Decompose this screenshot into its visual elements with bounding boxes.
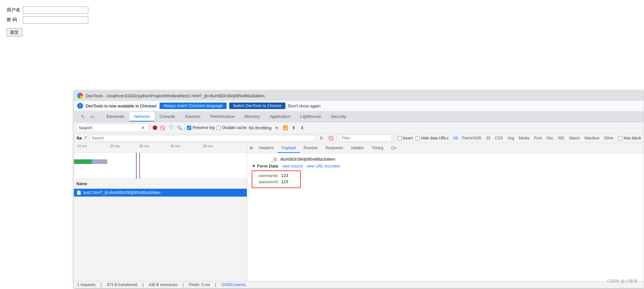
record-button[interactable] xyxy=(153,125,157,130)
filter-input[interactable] xyxy=(340,135,392,142)
network-toolbar: Search ✕ 🚫 ⛉ 🔍 Preserve log Disable cach… xyxy=(74,122,644,134)
tab-security[interactable]: Security xyxy=(326,112,351,121)
detail-tab-preview[interactable]: Preview xyxy=(300,144,322,153)
detail-tab-payload[interactable]: Payload xyxy=(278,144,299,153)
ftype-ws[interactable]: WS xyxy=(556,136,566,141)
tab-lighthouse[interactable]: Lighthouse xyxy=(296,112,326,121)
form-data-username-row: username: 123 xyxy=(256,173,297,178)
chrome-icon xyxy=(77,93,83,99)
ftype-wasm[interactable]: Wasm xyxy=(567,136,582,141)
toolbar-sep-2 xyxy=(185,124,185,131)
ftype-img[interactable]: Img xyxy=(506,136,516,141)
ftype-fetchxhr[interactable]: Fetch/XHR xyxy=(460,136,483,141)
detail-content: _ijt: l8uh583r39rlj085nl86a3s8em ▼ Form … xyxy=(247,153,644,281)
invert-label[interactable]: Invert xyxy=(398,136,413,140)
banner-btn-switch-chinese[interactable]: Switch DevTools to Chinese xyxy=(229,103,286,109)
detail-tabs: ✕ Headers Payload Preview Response Initi… xyxy=(247,143,644,153)
preserve-log-text: Preserve log xyxy=(193,125,214,130)
detail-tab-timing[interactable]: Timing xyxy=(368,144,387,153)
right-panel: ✕ Headers Payload Preview Response Initi… xyxy=(247,143,644,281)
banner-btn-match-language[interactable]: Always match Chrome's language xyxy=(160,103,227,109)
filter-search-input[interactable] xyxy=(89,135,315,141)
devtools-title: DevTools - localhost:63342/pythonProject… xyxy=(86,93,264,98)
tab-sources[interactable]: Sources xyxy=(180,112,205,121)
hide-data-urls-checkbox[interactable] xyxy=(415,136,420,140)
preserve-log-label[interactable]: Preserve log xyxy=(187,125,214,130)
filter-bar: Aa .* ↻ 🚫 Invert Hide data URLs All Fetc… xyxy=(74,134,644,143)
upload-icon[interactable]: ⬆ xyxy=(291,124,297,131)
tab-elements[interactable]: Elements xyxy=(102,112,129,121)
form-data-view-url-encoded[interactable]: view URL-encoded xyxy=(307,164,340,169)
detail-close-btn[interactable]: ✕ xyxy=(247,144,255,152)
tab-performance[interactable]: Performance xyxy=(206,112,239,121)
form-data-password-row: password: 123 xyxy=(256,179,297,184)
has-blocked-text: Has block xyxy=(624,136,641,140)
detail-tab-response[interactable]: Response xyxy=(321,144,347,153)
info-icon: i xyxy=(77,103,83,109)
password-input[interactable] xyxy=(23,16,88,24)
tick-10ms: 10 ms xyxy=(77,144,87,148)
form-data-view-source[interactable]: view source xyxy=(282,164,303,169)
ftype-font[interactable]: Font xyxy=(532,136,544,141)
disable-cache-label[interactable]: Disable cache xyxy=(216,125,246,130)
devtools-banner: i DevTools is now available in Chinese! … xyxy=(74,101,644,111)
filter-icon[interactable]: ⛉ xyxy=(168,124,174,131)
filter-block-icon[interactable]: 🚫 xyxy=(328,135,334,141)
clear-icon[interactable]: 🚫 xyxy=(159,124,166,131)
wf-bar-green xyxy=(74,159,93,164)
query-param-key: _ijt: xyxy=(252,157,278,162)
timeline-header: 10 ms 20 ms 30 ms 40 ms 50 ms xyxy=(74,143,247,153)
status-requests: 1 requests xyxy=(77,282,95,287)
disable-cache-checkbox[interactable] xyxy=(216,126,221,130)
wf-bar-blue xyxy=(92,159,102,164)
hide-data-urls-label[interactable]: Hide data URLs xyxy=(415,136,449,140)
ftype-all[interactable]: All xyxy=(451,136,459,141)
status-transferred: 873 B transferred xyxy=(107,282,137,287)
detail-tab-initiator[interactable]: Initiator xyxy=(347,144,367,153)
wifi-icon[interactable]: 📶 xyxy=(282,124,289,131)
has-blocked-checkbox[interactable] xyxy=(618,136,622,140)
filter-refresh-icon[interactable]: ↻ xyxy=(318,135,325,141)
submit-button[interactable]: 提交 xyxy=(7,28,22,37)
detail-tab-headers[interactable]: Headers xyxy=(255,144,278,153)
detail-tab-co[interactable]: Co xyxy=(387,144,400,153)
search-label: Search xyxy=(79,125,92,130)
waterfall-area xyxy=(74,153,247,179)
network-name-item[interactable]: 📄 test1.html?_ijt=l8uh583r39rlj085nl86a3… xyxy=(74,189,247,197)
tab-console[interactable]: Console xyxy=(155,112,180,121)
network-name-item-text: test1.html?_ijt=l8uh583r39rlj085nl86a3s8… xyxy=(83,190,161,195)
hide-data-urls-text: Hide data URLs xyxy=(421,136,449,140)
filter-sep xyxy=(337,135,337,141)
devtools-window: DevTools - localhost:63342/pythonProject… xyxy=(74,91,644,288)
form-data-box: username: 123 password: 123 xyxy=(252,170,301,188)
csdn-watermark: CSDN @小猪弟 xyxy=(607,278,637,284)
invert-checkbox[interactable] xyxy=(398,136,402,140)
ftype-js[interactable]: JS xyxy=(484,136,492,141)
has-blocked-label[interactable]: Has block xyxy=(618,136,641,140)
status-domcontent[interactable]: DOMContentL xyxy=(221,282,246,287)
query-param-val: l8uh583r39rlj085nl86a3s8em xyxy=(280,157,335,162)
name-col-header: Name xyxy=(74,179,247,189)
ftype-css[interactable]: CSS xyxy=(493,136,505,141)
cursor-icon[interactable]: ↖ xyxy=(79,113,87,120)
tab-network[interactable]: Network xyxy=(129,112,154,121)
form-data-username-val: 123 xyxy=(281,173,288,178)
ftype-doc[interactable]: Doc xyxy=(545,136,555,141)
ftype-manifest[interactable]: Manifest xyxy=(583,136,601,141)
name-col-label: Name xyxy=(76,182,87,186)
banner-text: DevTools is now available in Chinese! xyxy=(86,104,157,108)
ftype-media[interactable]: Media xyxy=(517,136,532,141)
preserve-log-checkbox[interactable] xyxy=(187,126,191,130)
search-close-icon[interactable]: ✕ xyxy=(140,124,146,131)
download-icon[interactable]: ⬇ xyxy=(299,124,306,131)
username-input[interactable] xyxy=(23,7,88,14)
search-network-icon[interactable]: 🔍 xyxy=(176,124,183,131)
ftype-other[interactable]: Other xyxy=(602,136,616,141)
device-icon[interactable]: ▭ xyxy=(88,113,96,120)
filter-regex-icon: .* xyxy=(84,136,87,140)
banner-link-dont-show[interactable]: Don't show again xyxy=(288,104,320,108)
tab-application[interactable]: Application xyxy=(265,112,295,121)
left-panel: 10 ms 20 ms 30 ms 40 ms 50 ms xyxy=(74,143,247,281)
tab-memory[interactable]: Memory xyxy=(240,112,264,121)
throttle-dropdown-icon[interactable]: ▾ xyxy=(274,124,280,131)
